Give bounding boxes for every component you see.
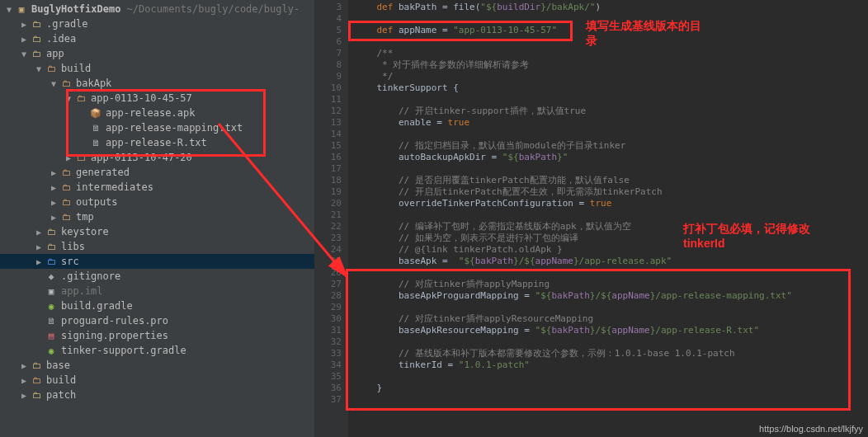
code-line[interactable]: // 如果为空，则表示不是进行补丁包的编译 [348,233,868,244]
expand-arrow-icon[interactable]: ▼ [33,64,45,73]
code-line[interactable]: overrideTinkerPatchConfiguration = true [348,198,868,209]
code-line[interactable] [348,163,868,175]
collapse-arrow-icon[interactable]: ▶ [48,168,59,177]
gradle-icon: ◉ [45,299,58,312]
tree-item-generated[interactable]: ▶🗀generated [0,165,314,180]
tree-project-root[interactable]: ▼ ▣ BuglyHotfixDemo ~/Documents/bugly/co… [0,2,314,16]
root-name: BuglyHotfixDemo [31,3,120,15]
tree-item-src[interactable]: ▶🗀src [0,254,314,269]
code-line[interactable]: // 开启tinker-support插件，默认值true [348,106,868,117]
code-line[interactable]: // 对应tinker插件applyResourceMapping [348,313,868,325]
source-folder-icon: 🗀 [45,255,58,268]
tree-item-buildgradle[interactable]: ◉build.gradle [0,298,314,313]
code-line[interactable]: /** [348,48,868,59]
expand-arrow-icon[interactable]: ▼ [3,5,15,14]
code-line[interactable] [348,13,868,25]
code-line[interactable]: tinkerId = "1.0.1-patch" [348,359,868,371]
code-line[interactable]: */ [348,71,868,82]
collapse-arrow-icon[interactable]: ▶ [33,257,45,266]
folder-icon: 🗀 [59,181,73,194]
tree-item-base[interactable]: ▶🗀base [0,358,314,373]
tree-item-iml[interactable]: ▣app.iml [0,284,314,298]
tree-item-build2[interactable]: ▶🗀build [0,373,314,388]
tree-item-intermediates[interactable]: ▶🗀intermediates [0,180,314,195]
collapse-arrow-icon[interactable]: ▶ [33,228,45,237]
code-line[interactable]: * 对于插件各参数的详细解析请参考 [348,59,868,71]
collapse-arrow-icon[interactable]: ▶ [48,183,59,192]
collapse-arrow-icon[interactable]: ▶ [18,35,30,44]
tree-item-dir2[interactable]: ▶🗀app-0113-10-47-20 [0,150,314,165]
code-line[interactable]: } [348,383,868,394]
folder-icon: 🗀 [30,388,43,402]
tree-item-app[interactable]: ▼🗀app [0,46,314,61]
code-line[interactable] [348,129,868,140]
code-line[interactable] [348,36,868,48]
code-line[interactable]: // 基线版本和补丁版本都需要修改这个参数，示例：1.0.1-base 1.0.… [348,348,868,359]
folder-icon: 🗀 [30,32,43,45]
collapse-arrow-icon[interactable]: ▶ [18,361,30,370]
collapse-arrow-icon[interactable]: ▶ [48,213,59,222]
tree-item-patch[interactable]: ▶🗀patch [0,388,314,402]
code-line[interactable] [348,394,868,406]
expand-arrow-icon[interactable]: ▼ [18,49,30,59]
code-line[interactable]: // 编译补丁包时，必需指定基线版本的apk，默认值为空 [348,221,868,233]
code-line[interactable]: autoBackupApkDir = "${bakPath}" [348,152,868,163]
collapse-arrow-icon[interactable]: ▶ [33,242,45,251]
tree-item-proguard[interactable]: 🗎proguard-rules.pro [0,313,314,328]
tree-item-dir1[interactable]: ▼🗀app-0113-10-45-57 [0,91,314,106]
code-line[interactable] [348,336,868,348]
collapse-arrow-icon[interactable]: ▶ [63,153,74,162]
collapse-arrow-icon[interactable]: ▶ [18,376,30,385]
tree-item-gradle[interactable]: ▶🗀.gradle [0,16,314,31]
tree-item-gitignore[interactable]: ◆.gitignore [0,269,314,284]
code-line[interactable] [348,94,868,106]
tree-item-idea[interactable]: ▶🗀.idea [0,31,314,46]
folder-icon: 🗀 [74,92,87,105]
tree-item-mapping[interactable]: 🗎app-release-mapping.txt [0,120,314,135]
code-line[interactable] [348,209,868,221]
code-editor[interactable]: 3456789101112131415161718192021222324252… [315,0,868,437]
folder-icon: 🗀 [59,210,73,223]
code-line[interactable]: baseApkResourceMapping = "${bakPath}/${a… [348,325,868,336]
tree-item-tinker[interactable]: ◉tinker-support.gradle [0,343,314,358]
tree-item-bakapk[interactable]: ▼🗀bakApk [0,76,314,91]
code-line[interactable]: tinkerSupport { [348,82,868,94]
code-line[interactable]: // 是否启用覆盖tinkerPatch配置功能，默认值false [348,175,868,186]
code-line[interactable] [348,267,868,279]
tree-item-outputs[interactable]: ▶🗀outputs [0,195,314,209]
expand-arrow-icon[interactable]: ▼ [48,79,59,88]
text-file-icon: 🗎 [45,314,58,327]
project-icon: ▣ [15,2,28,16]
tree-item-r[interactable]: 🗎app-release-R.txt [0,135,314,150]
properties-icon: ▤ [45,329,58,342]
tree-item-keystore[interactable]: ▶🗀keystore [0,224,314,239]
collapse-arrow-icon[interactable]: ▶ [48,198,59,207]
code-line[interactable]: // 对应tinker插件applyMapping [348,279,868,290]
code-line[interactable]: // @{link tinkerPatch.oldApk } [348,244,868,256]
folder-icon: 🗀 [30,359,43,372]
folder-icon: 🗀 [30,374,43,387]
code-line[interactable] [348,302,868,313]
iml-icon: ▣ [45,284,58,298]
collapse-arrow-icon[interactable]: ▶ [18,20,30,29]
root-path: ~/Documents/bugly/code/bugly- [127,3,300,15]
code-area[interactable]: def bakPath = file("${buildDir}/bakApk/"… [348,0,868,437]
code-line[interactable]: // 指定归档目录，默认值当前module的子目录tinker [348,140,868,152]
folder-icon: 🗀 [45,225,58,238]
project-tree[interactable]: ▼ ▣ BuglyHotfixDemo ~/Documents/bugly/co… [0,0,315,437]
tree-item-libs[interactable]: ▶🗀libs [0,239,314,254]
tree-item-build[interactable]: ▼🗀build [0,61,314,76]
line-gutter: 3456789101112131415161718192021222324252… [315,0,348,437]
code-line[interactable]: def appName = "app-0113-10-45-57" [348,25,868,36]
code-line[interactable]: baseApk = "${bakPath}/${appName}/app-rel… [348,256,868,267]
code-line[interactable] [348,371,868,383]
tree-item-signing[interactable]: ▤signing.properties [0,328,314,343]
tree-item-apk[interactable]: 📦app-release.apk [0,106,314,120]
tree-item-tmp[interactable]: ▶🗀tmp [0,209,314,224]
collapse-arrow-icon[interactable]: ▶ [18,391,30,400]
code-line[interactable]: def bakPath = file("${buildDir}/bakApk/"… [348,2,868,13]
code-line[interactable]: // 开启后tinkerPatch配置不生效，即无需添加tinkerPatch [348,186,868,198]
code-line[interactable]: enable = true [348,117,868,129]
expand-arrow-icon[interactable]: ▼ [63,94,74,103]
code-line[interactable]: baseApkProguardMapping = "${bakPath}/${a… [348,290,868,302]
